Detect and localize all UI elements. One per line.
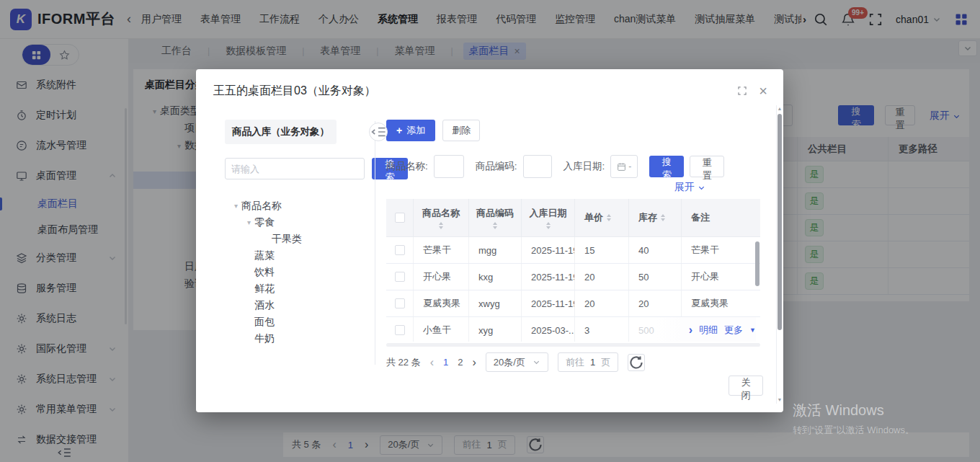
tree-label: 蔬菜 bbox=[254, 249, 275, 262]
row-checkbox[interactable] bbox=[386, 264, 414, 290]
cell-date: 2025-03-... bbox=[522, 317, 575, 342]
modal-search-button[interactable]: 搜索 bbox=[649, 156, 684, 177]
sort-desc-icon[interactable] bbox=[439, 226, 443, 229]
column-header-库存[interactable]: 库存 bbox=[629, 199, 682, 236]
panel-collapse-toggle[interactable] bbox=[369, 123, 388, 141]
table-toolbar: + 添加 删除 bbox=[386, 120, 766, 141]
column-header-单价[interactable]: 单价 bbox=[575, 199, 629, 236]
table-row[interactable]: 小鱼干xyg2025-03-...3500›明细更多▼ bbox=[386, 317, 760, 342]
plus-icon: + bbox=[396, 125, 402, 136]
sort-asc-icon[interactable] bbox=[546, 222, 551, 225]
sort-asc-icon[interactable] bbox=[439, 222, 443, 225]
cell-note: 开心果 bbox=[682, 264, 760, 290]
modal-scrollbar[interactable]: ▲ ▼ bbox=[776, 105, 783, 404]
tree-node-饮料[interactable]: 饮料 bbox=[225, 264, 375, 280]
screen: K IFORM平台 ‹ 用户管理表单管理工作流程个人办公系统管理报表管理代码管理… bbox=[0, 0, 980, 462]
row-actions: ›明细更多▼ bbox=[656, 317, 756, 342]
column-header-商品编码[interactable]: 商品编码 bbox=[469, 199, 522, 236]
table-vertical-scrollbar[interactable] bbox=[755, 239, 760, 340]
goto-value: 1 bbox=[590, 357, 595, 368]
expand-row-icon[interactable]: › bbox=[689, 324, 692, 337]
delete-button[interactable]: 删除 bbox=[442, 120, 480, 141]
page-size-select[interactable]: 20条/页 bbox=[486, 352, 548, 372]
filter-bar: 商品名称: 商品编码: 入库日期: - 搜索 重置 bbox=[386, 155, 766, 178]
column-header-入库日期[interactable]: 入库日期 bbox=[522, 199, 575, 236]
cell-stock: 20 bbox=[629, 290, 682, 316]
caret-down-icon bbox=[533, 358, 540, 366]
column-label: 备注 bbox=[691, 211, 710, 224]
sort-icon[interactable] bbox=[661, 214, 665, 221]
scroll-down-icon[interactable]: ▼ bbox=[778, 396, 783, 404]
row-checkbox[interactable] bbox=[386, 237, 414, 263]
tree-node-零食[interactable]: ▾零食 bbox=[225, 214, 375, 231]
tree-node-鲜花[interactable]: 鲜花 bbox=[225, 280, 375, 297]
sort-desc-icon[interactable] bbox=[493, 226, 497, 229]
page-number-2[interactable]: 2 bbox=[458, 357, 463, 368]
total-count: 共 22 条 bbox=[386, 356, 421, 369]
sort-desc-icon[interactable] bbox=[546, 226, 551, 229]
table-row[interactable]: 开心果kxg2025-11-192050开心果 bbox=[386, 264, 760, 290]
table-horizontal-scrollbar[interactable] bbox=[386, 343, 760, 347]
table-row[interactable]: 夏威夷果xwyg2025-11-192020夏威夷果 bbox=[386, 290, 760, 317]
modal-expand-link[interactable]: 展开 bbox=[386, 181, 705, 194]
table-row[interactable]: 芒果干mgg2025-11-191540芒果干 bbox=[386, 237, 760, 264]
more-link[interactable]: 更多 bbox=[724, 324, 743, 337]
prev-page-icon[interactable]: ‹ bbox=[430, 356, 434, 369]
cell-note: 芒果干 bbox=[682, 237, 760, 263]
tree-label: 酒水 bbox=[254, 299, 275, 312]
tree-label: 牛奶 bbox=[254, 332, 275, 345]
column-label: 商品编码 bbox=[476, 207, 514, 220]
next-page-icon[interactable]: › bbox=[472, 356, 476, 369]
sort-asc-icon[interactable] bbox=[661, 214, 665, 217]
sort-icon[interactable] bbox=[546, 222, 551, 229]
tree-node-干果类[interactable]: 干果类 bbox=[225, 231, 375, 247]
tree-search-input[interactable] bbox=[225, 158, 365, 179]
scrollbar-thumb[interactable] bbox=[778, 114, 782, 330]
column-label: 商品名称 bbox=[422, 207, 460, 220]
tree-node-牛奶[interactable]: 牛奶 bbox=[225, 330, 375, 347]
checkbox-icon bbox=[395, 298, 405, 308]
column-header-备注: 备注 bbox=[682, 199, 760, 236]
sort-desc-icon[interactable] bbox=[661, 218, 665, 221]
sort-asc-icon[interactable] bbox=[493, 222, 497, 225]
cell-price: 20 bbox=[575, 264, 629, 290]
modal-close-icon[interactable]: × bbox=[759, 85, 767, 97]
date-range-picker[interactable]: - bbox=[610, 155, 638, 178]
close-button[interactable]: 关闭 bbox=[729, 376, 763, 396]
table-header: 商品名称商品编码入库日期单价库存备注 bbox=[386, 199, 760, 237]
tree-node-酒水[interactable]: 酒水 bbox=[225, 297, 375, 314]
tree-node-面包[interactable]: 面包 bbox=[225, 314, 375, 330]
column-label: 单价 bbox=[584, 211, 603, 224]
tree-label: 鲜花 bbox=[254, 283, 275, 296]
sort-icon[interactable] bbox=[607, 214, 611, 221]
refresh-icon[interactable] bbox=[628, 354, 645, 371]
product-name-label: 商品名称: bbox=[386, 160, 428, 173]
tree-node-蔬菜[interactable]: 蔬菜 bbox=[225, 247, 375, 264]
sort-asc-icon[interactable] bbox=[607, 214, 611, 217]
product-name-input[interactable] bbox=[434, 155, 464, 178]
product-code-input[interactable] bbox=[523, 155, 552, 178]
tree-node-商品名称[interactable]: ▾商品名称 bbox=[225, 197, 375, 214]
row-checkbox[interactable] bbox=[386, 317, 414, 342]
modal-fullscreen-icon[interactable] bbox=[737, 86, 747, 96]
row-checkbox[interactable] bbox=[386, 290, 414, 316]
modal-reset-button[interactable]: 重置 bbox=[690, 156, 724, 177]
page-number-1[interactable]: 1 bbox=[443, 357, 448, 368]
column-header-商品名称[interactable]: 商品名称 bbox=[414, 199, 469, 236]
cell-note: 夏威夷果 bbox=[682, 290, 760, 316]
sort-icon[interactable] bbox=[439, 222, 443, 229]
goto-page-input[interactable]: 前往1页 bbox=[558, 352, 618, 372]
sort-desc-icon[interactable] bbox=[607, 218, 611, 221]
modal-pagination: 共 22 条‹12›20条/页前往1页 bbox=[386, 352, 766, 372]
select-all-checkbox[interactable] bbox=[386, 199, 414, 236]
tree-search-row: 搜索 bbox=[225, 158, 366, 179]
scroll-up-icon[interactable]: ▲ bbox=[778, 105, 783, 112]
tree-label: 面包 bbox=[254, 316, 275, 329]
sort-icon[interactable] bbox=[493, 222, 497, 229]
cell-code: mgg bbox=[469, 237, 522, 263]
column-label: 入库日期 bbox=[530, 207, 567, 220]
add-button[interactable]: + 添加 bbox=[386, 120, 435, 141]
page-size-value: 20条/页 bbox=[494, 356, 525, 369]
product-table: 商品名称商品编码入库日期单价库存备注 芒果干mgg2025-11-191540芒… bbox=[386, 199, 760, 347]
detail-link[interactable]: 明细 bbox=[699, 324, 718, 337]
